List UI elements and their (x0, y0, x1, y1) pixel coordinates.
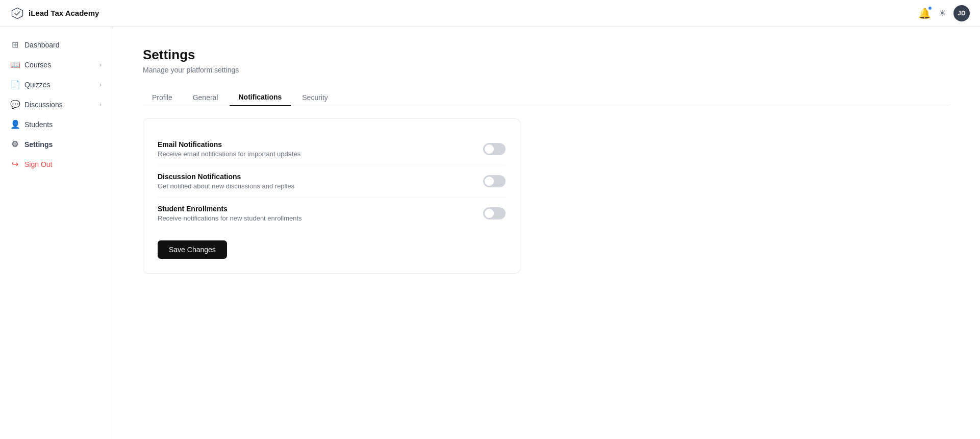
brand-logo-icon (10, 6, 24, 20)
sidebar-label-discussions: Discussions (24, 101, 63, 109)
topnav: iLead Tax Academy 🔔 ☀ JD (0, 0, 980, 27)
toggle-slider (483, 143, 506, 155)
students-icon: 👤 (10, 119, 19, 129)
page-subtitle: Manage your platform settings (143, 66, 949, 74)
sidebar-label-quizzes: Quizzes (24, 81, 51, 89)
tab-profile[interactable]: Profile (143, 89, 182, 106)
enrollment-notif-desc: Receive notifications for new student en… (158, 214, 302, 222)
enrollment-notif-title: Student Enrollments (158, 205, 302, 213)
toggle-slider (483, 175, 506, 187)
topnav-actions: 🔔 ☀ JD (918, 5, 970, 21)
sidebar-label-students: Students (24, 120, 53, 129)
toggle-slider (483, 207, 506, 220)
sidebar-item-discussions[interactable]: 💬 Discussions › (0, 94, 112, 114)
user-avatar[interactable]: JD (953, 5, 970, 21)
tab-security[interactable]: Security (293, 89, 337, 106)
theme-toggle-button[interactable]: ☀ (938, 8, 946, 19)
layout: ⊞ Dashboard 📖 Courses › 📄 Quizzes › 💬 Di… (0, 27, 980, 439)
sidebar-item-settings[interactable]: ⚙ Settings (0, 134, 112, 154)
sidebar-label-settings: Settings (24, 140, 53, 149)
courses-icon: 📖 (10, 60, 19, 69)
notification-dot (928, 6, 932, 10)
discussion-notifications-row: Discussion Notifications Get notified ab… (158, 165, 506, 198)
brand-name: iLead Tax Academy (29, 9, 99, 17)
discussion-notifications-toggle[interactable] (483, 175, 506, 187)
settings-icon: ⚙ (10, 139, 19, 149)
sidebar-item-students[interactable]: 👤 Students (0, 114, 112, 134)
settings-tabs: Profile General Notifications Security (143, 88, 949, 106)
chevron-right-icon: › (99, 61, 102, 68)
enrollment-notifications-toggle[interactable] (483, 207, 506, 220)
sidebar-label-signout: Sign Out (24, 160, 52, 168)
brand: iLead Tax Academy (10, 6, 99, 20)
dashboard-icon: ⊞ (10, 40, 19, 50)
sidebar-item-signout[interactable]: ↪ Sign Out (0, 154, 112, 174)
sidebar-label-courses: Courses (24, 61, 51, 69)
notifications-card: Email Notifications Receive email notifi… (143, 118, 520, 274)
notification-bell-button[interactable]: 🔔 (918, 7, 931, 19)
sidebar-item-courses[interactable]: 📖 Courses › (0, 55, 112, 75)
sidebar: ⊞ Dashboard 📖 Courses › 📄 Quizzes › 💬 Di… (0, 27, 112, 439)
tab-general[interactable]: General (184, 89, 228, 106)
discussion-notif-desc: Get notified about new discussions and r… (158, 182, 294, 190)
save-changes-button[interactable]: Save Changes (158, 240, 227, 259)
chevron-right-icon: › (99, 101, 102, 108)
sidebar-item-quizzes[interactable]: 📄 Quizzes › (0, 75, 112, 94)
quizzes-icon: 📄 (10, 80, 19, 89)
enrollment-notifications-row: Student Enrollments Receive notification… (158, 198, 506, 229)
email-notif-title: Email Notifications (158, 140, 300, 149)
chevron-right-icon: › (99, 81, 102, 88)
page-title: Settings (143, 47, 949, 63)
email-notifications-toggle[interactable] (483, 143, 506, 155)
sidebar-label-dashboard: Dashboard (24, 41, 60, 49)
sidebar-item-dashboard[interactable]: ⊞ Dashboard (0, 35, 112, 55)
email-notifications-row: Email Notifications Receive email notifi… (158, 133, 506, 165)
discussions-icon: 💬 (10, 100, 19, 109)
discussion-notif-title: Discussion Notifications (158, 173, 294, 181)
email-notif-desc: Receive email notifications for importan… (158, 150, 300, 158)
signout-icon: ↪ (10, 159, 19, 169)
tab-notifications[interactable]: Notifications (230, 89, 291, 106)
main-content: Settings Manage your platform settings P… (112, 27, 980, 439)
